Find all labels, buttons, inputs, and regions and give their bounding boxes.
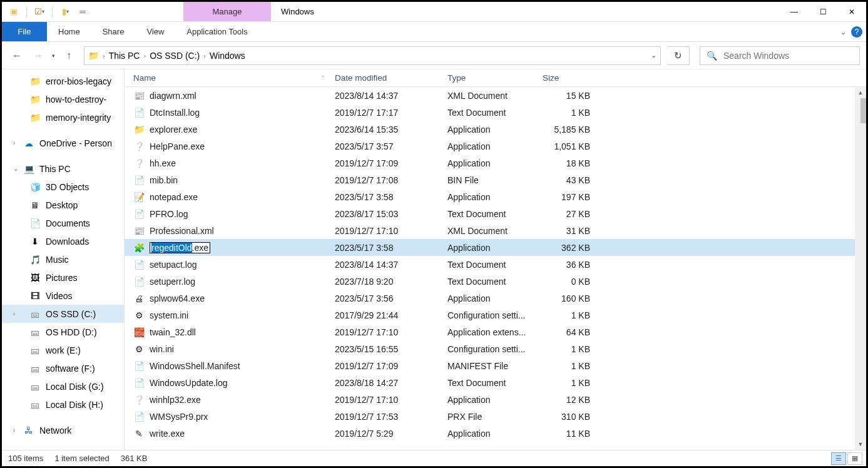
search-input[interactable]	[723, 51, 853, 61]
tab-view[interactable]: View	[135, 22, 175, 41]
file-row[interactable]: 📰diagwrn.xml2023/8/14 14:37XML Document1…	[125, 87, 866, 104]
nav-item[interactable]: 📁error-bios-legacy	[2, 72, 124, 90]
nav-item-label: OS SSD (C:)	[46, 309, 96, 319]
file-type: Text Document	[442, 378, 538, 388]
nav-item[interactable]: 📄Documents	[2, 214, 124, 232]
column-date[interactable]: Date modified	[330, 73, 442, 83]
recent-locations-icon[interactable]: ▾	[51, 53, 56, 59]
nav-item[interactable]: 🧊3D Objects	[2, 178, 124, 196]
file-row[interactable]: 📄WindowsUpdate.log2023/8/18 14:27Text Do…	[125, 374, 866, 391]
crumb-windows[interactable]: Windows	[210, 51, 245, 61]
file-row[interactable]: 📄WindowsShell.Manifest2019/12/7 17:09MAN…	[125, 357, 866, 374]
chevron-right-icon[interactable]: ›	[200, 52, 210, 59]
scrollbar-vertical[interactable]: ▲ ▼	[855, 87, 866, 450]
file-row[interactable]: ✎write.exe2019/12/7 5:29Application11 KB	[125, 425, 866, 442]
file-type: Application	[442, 243, 538, 253]
txt-icon: 📄	[133, 276, 145, 287]
file-date: 2019/12/7 17:10	[330, 226, 442, 236]
forward-button[interactable]: →	[29, 47, 47, 64]
folder-icon[interactable]: ▣	[7, 5, 21, 19]
file-type: BIN File	[442, 175, 538, 185]
nav-item[interactable]: ⬇Downloads	[2, 232, 124, 250]
navigation-pane[interactable]: 📁error-bios-legacy📁how-to-destroy-📁memor…	[2, 69, 125, 450]
expand-icon[interactable]: ›	[13, 310, 15, 317]
tab-home[interactable]: Home	[47, 22, 91, 41]
file-row[interactable]: 📄mib.bin2019/12/7 17:08BIN File43 KB	[125, 171, 866, 188]
scroll-up-icon[interactable]: ▲	[855, 87, 866, 98]
nav-item[interactable]: ›☁OneDrive - Person	[2, 134, 124, 152]
file-list[interactable]: 📰diagwrn.xml2023/8/14 14:37XML Document1…	[125, 87, 866, 450]
search-box[interactable]: 🔍	[700, 46, 860, 65]
nav-item[interactable]: ›🖧Network	[2, 421, 124, 439]
file-tab[interactable]: File	[2, 22, 47, 41]
file-row[interactable]: 📄setuperr.log2023/7/18 9:20Text Document…	[125, 273, 866, 290]
ribbon-expand-icon[interactable]: ⌄	[840, 28, 846, 36]
new-folder-icon[interactable]: ▮▾	[58, 5, 72, 19]
expand-icon[interactable]: ›	[13, 140, 15, 146]
details-view-button[interactable]: ☰	[831, 452, 846, 465]
chevron-right-icon[interactable]: ›	[99, 52, 109, 59]
maximize-button[interactable]: ☐	[809, 2, 837, 22]
nav-item[interactable]: 🎵Music	[2, 250, 124, 268]
up-button[interactable]: ↑	[60, 47, 78, 64]
file-row[interactable]: ⚙win.ini2023/5/15 16:55Configuration set…	[125, 340, 866, 357]
file-row[interactable]: 📄PFRO.log2023/8/17 15:03Text Document27 …	[125, 205, 866, 222]
nav-item[interactable]: 🖼Pictures	[2, 268, 124, 287]
file-row[interactable]: 🧱twain_32.dll2019/12/7 17:10Application …	[125, 323, 866, 340]
back-button[interactable]: ←	[8, 47, 26, 64]
properties-icon[interactable]: ☑▾	[33, 5, 46, 19]
scroll-down-icon[interactable]: ▼	[855, 439, 866, 450]
file-row[interactable]: 🖨splwow64.exe2023/5/17 3:56Application16…	[125, 290, 866, 307]
tab-share[interactable]: Share	[91, 22, 136, 41]
address-bar[interactable]: 📁 › This PC › OS SSD (C:) › Windows ⌄	[84, 46, 661, 65]
tab-application-tools[interactable]: Application Tools	[175, 22, 258, 41]
file-row[interactable]: 📄WMSysPr9.prx2019/12/7 17:53PRX File310 …	[125, 408, 866, 425]
nav-item[interactable]: 🖴OS HDD (D:)	[2, 323, 124, 341]
nav-item[interactable]: 📁how-to-destroy-	[2, 90, 124, 108]
file-date: 2023/5/17 3:58	[330, 192, 442, 202]
file-row[interactable]: 📄setupact.log2023/8/14 14:37Text Documen…	[125, 256, 866, 273]
file-row[interactable]: ❔winhlp32.exe2019/12/7 17:10Application1…	[125, 391, 866, 408]
nav-item[interactable]: 🖴Local Disk (H:)	[2, 395, 124, 414]
column-size[interactable]: Size	[538, 73, 595, 83]
file-date: 2023/6/14 15:35	[330, 125, 442, 135]
nav-item[interactable]: 📁memory-integrity	[2, 108, 124, 126]
nav-item[interactable]: 🖴work (E:)	[2, 341, 124, 359]
chevron-right-icon[interactable]: ›	[140, 52, 150, 59]
nav-item[interactable]: 🎞Videos	[2, 287, 124, 305]
expand-icon[interactable]: ⌄	[13, 165, 18, 172]
nav-item[interactable]: ›🖴OS SSD (C:)	[2, 305, 124, 323]
column-name[interactable]: Name ˄	[128, 73, 330, 83]
navigation-bar: ← → ▾ ↑ 📁 › This PC › OS SSD (C:) › Wind…	[2, 42, 866, 69]
file-row[interactable]: 📁explorer.exe2023/6/14 15:35Application5…	[125, 121, 866, 138]
file-type: Application	[442, 141, 538, 151]
nav-item-label: how-to-destroy-	[46, 94, 106, 104]
file-size: 1 KB	[538, 378, 595, 388]
nav-item[interactable]: 🖴Local Disk (G:)	[2, 377, 124, 395]
file-row[interactable]: 🧩regeditOld.exe2023/5/17 3:58Application…	[125, 239, 866, 256]
file-row[interactable]: 📄DtcInstall.log2019/12/7 17:17Text Docum…	[125, 104, 866, 121]
file-row[interactable]: ❔hh.exe2019/12/7 17:09Application18 KB	[125, 155, 866, 171]
close-button[interactable]: ✕	[837, 2, 866, 22]
column-type[interactable]: Type	[442, 73, 538, 83]
folder-icon: 📁	[29, 113, 41, 123]
nav-item[interactable]: 🖴software (F:)	[2, 359, 124, 377]
address-dropdown-icon[interactable]: ⌄	[651, 51, 656, 59]
qat-customize-icon[interactable]: ═	[76, 5, 89, 19]
expand-icon[interactable]: ›	[13, 427, 15, 434]
help-icon[interactable]: ?	[851, 26, 862, 38]
rename-input[interactable]: regeditOld.exe	[150, 242, 210, 253]
thumbnail-view-button[interactable]: ▦	[847, 452, 862, 465]
crumb-drive[interactable]: OS SSD (C:)	[150, 51, 200, 61]
file-row[interactable]: 📰Professional.xml2019/12/7 17:10XML Docu…	[125, 222, 866, 239]
file-row[interactable]: ⚙system.ini2017/9/29 21:44Configuration …	[125, 307, 866, 323]
nav-item[interactable]: 🖥Desktop	[2, 196, 124, 214]
nav-item[interactable]: ⌄💻This PC	[2, 160, 124, 178]
file-row[interactable]: 📝notepad.exe2023/5/17 3:58Application197…	[125, 188, 866, 205]
file-row[interactable]: ❔HelpPane.exe2023/5/17 3:57Application1,…	[125, 138, 866, 155]
scroll-thumb[interactable]	[860, 98, 866, 123]
refresh-button[interactable]: ↻	[667, 46, 690, 65]
minimize-button[interactable]: —	[780, 2, 809, 22]
crumb-this-pc[interactable]: This PC	[109, 51, 140, 61]
file-type: Text Document	[442, 108, 538, 118]
